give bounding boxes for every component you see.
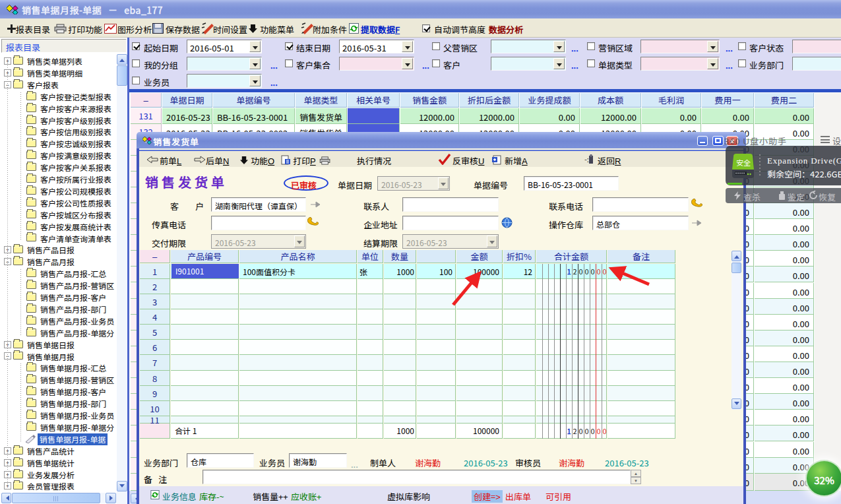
svg-text:安全: 安全 (736, 157, 751, 168)
